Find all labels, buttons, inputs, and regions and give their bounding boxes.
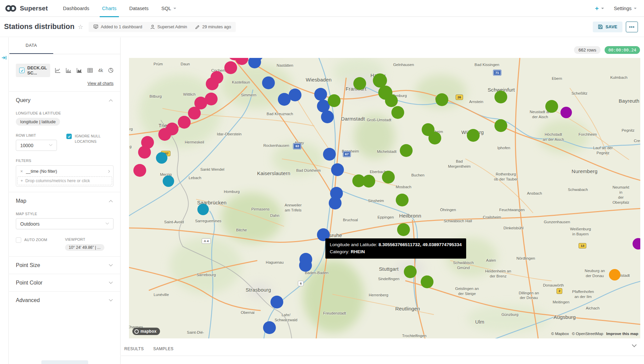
tab-results[interactable]: RESULTS xyxy=(124,346,144,351)
section-point-size[interactable]: Point Size xyxy=(16,257,114,268)
filter-item[interactable]: × __time (No filter) xyxy=(17,167,112,176)
scatter-point-green[interactable] xyxy=(436,93,448,106)
ignore-null-checkbox[interactable] xyxy=(66,134,72,139)
current-viz-pill[interactable]: DECK.GL SC... xyxy=(16,64,50,77)
map-city-label: Kulmbach xyxy=(610,75,627,80)
row-limit-label: ROW LIMIT xyxy=(16,133,57,137)
section-map[interactable]: Map xyxy=(16,192,114,204)
scatter-point-green[interactable] xyxy=(362,175,375,188)
deckgl-scatter-map[interactable]: PrümDaunNastättenGelnhausenBad Kissingen… xyxy=(129,58,640,338)
map-city-label: Buchen xyxy=(411,173,424,178)
tab-samples[interactable]: SAMPLES xyxy=(153,346,173,351)
scatter-point-blue[interactable] xyxy=(263,321,276,334)
mapbox-attribution-link[interactable]: © Mapbox xyxy=(551,332,569,336)
scatter-point-green[interactable] xyxy=(396,194,409,206)
scatter-point-green[interactable] xyxy=(428,132,441,144)
scatter-point-blue[interactable] xyxy=(321,110,334,123)
big-number-icon[interactable]: 4k xyxy=(98,68,103,73)
table-icon[interactable] xyxy=(87,68,93,73)
auto-zoom-checkbox[interactable] xyxy=(16,237,21,243)
scatter-point-blue[interactable] xyxy=(323,148,336,161)
osm-attribution-link[interactable]: © OpenStreetMap xyxy=(572,332,603,336)
chevron-right-icon xyxy=(107,170,110,172)
scatter-point-pink[interactable] xyxy=(224,61,237,74)
scatter-point-green[interactable] xyxy=(494,119,507,132)
update-chart-button[interactable]: UPDATE CHART xyxy=(41,360,88,364)
mapbox-logo[interactable]: mapbox xyxy=(132,328,160,335)
scatter-point-green[interactable] xyxy=(391,106,404,119)
scatter-point-cyan[interactable] xyxy=(156,152,167,164)
settings-menu[interactable]: Settings xyxy=(614,6,637,11)
map-style-select[interactable]: Outdoors xyxy=(16,218,114,229)
last-modified[interactable]: 29 minutes ago xyxy=(195,25,231,29)
scatter-point-green[interactable] xyxy=(385,94,398,107)
scatter-point-blue[interactable] xyxy=(270,296,283,308)
scatter-point-blue[interactable] xyxy=(262,76,275,89)
scatter-point-cyan[interactable] xyxy=(163,175,174,187)
map-city-label: Saint-Avold xyxy=(164,220,184,225)
nav-item-datasets[interactable]: Datasets xyxy=(123,0,155,17)
favorite-star-icon[interactable]: ☆ xyxy=(78,23,83,31)
scatter-point-blue[interactable] xyxy=(299,259,312,272)
scatter-point-orange[interactable] xyxy=(609,269,620,280)
more-options-button[interactable]: ••• xyxy=(626,22,638,32)
scatter-point-blue[interactable] xyxy=(314,88,327,101)
scatter-point-purple[interactable] xyxy=(560,107,572,118)
scatter-point-green[interactable] xyxy=(353,77,366,90)
pencil-icon xyxy=(195,25,200,29)
scatter-point-blue[interactable] xyxy=(289,89,301,101)
view-all-charts-link[interactable]: View all charts xyxy=(88,81,114,86)
road-shield: 71 xyxy=(493,70,501,75)
improve-map-link[interactable]: Improve this map xyxy=(606,332,638,336)
map-city-label: Wittlich xyxy=(183,92,196,97)
pie-chart-icon[interactable] xyxy=(108,68,114,73)
section-query[interactable]: Query xyxy=(16,92,114,103)
map-city-label: Nördlingen xyxy=(516,256,535,261)
map-city-label: Schwäbisch Gmünd xyxy=(453,260,474,270)
scatter-point-blue[interactable] xyxy=(331,163,344,176)
chart-meta-group: Added to 1 dashboard Superset Admin 29 m… xyxy=(89,22,236,32)
line-chart-icon[interactable] xyxy=(55,68,61,73)
filter-drop-zone[interactable]: + Drop columns/metrics here or click xyxy=(17,176,112,185)
scatter-point-cyan[interactable] xyxy=(197,204,209,215)
nav-item-dashboards[interactable]: Dashboards xyxy=(57,0,96,17)
bar-chart-icon[interactable] xyxy=(66,68,71,73)
save-button[interactable]: SAVE xyxy=(593,22,622,32)
scatter-point-green[interactable] xyxy=(397,223,410,236)
road-shield: 13 xyxy=(579,243,586,249)
scatter-point-green[interactable] xyxy=(545,100,558,113)
scatter-point-green[interactable] xyxy=(328,94,341,107)
scatter-point-pink[interactable] xyxy=(178,116,191,129)
nav-item-sql[interactable]: SQL xyxy=(155,0,183,17)
map-city-label: Dahn xyxy=(270,213,280,218)
lon-lat-chip[interactable]: longitude | latitude xyxy=(16,118,60,126)
scatter-point-pink[interactable] xyxy=(188,107,201,120)
area-chart-icon[interactable] xyxy=(76,68,82,73)
scatter-point-green[interactable] xyxy=(404,265,417,278)
scatter-point-pink[interactable] xyxy=(133,164,146,177)
remove-filter-icon[interactable]: × xyxy=(17,169,26,174)
user-icon xyxy=(150,25,155,29)
row-limit-select[interactable]: 10000 xyxy=(16,140,57,151)
expand-datasource-button[interactable] xyxy=(1,55,7,61)
scatter-point-pink[interactable] xyxy=(206,77,219,90)
map-city-label: Michelstadt xyxy=(377,149,396,154)
scatter-point-green[interactable] xyxy=(494,91,507,103)
scatter-point-pink[interactable] xyxy=(138,146,151,159)
scatter-point-green[interactable] xyxy=(467,129,480,142)
scatter-point-green[interactable] xyxy=(421,275,433,288)
viz-switcher: DECK.GL SC... 4k xyxy=(16,64,114,77)
tab-data[interactable]: DATA xyxy=(9,37,53,54)
dashboard-count[interactable]: Added to 1 dashboard xyxy=(93,24,142,29)
map-city-label: Lahr/ Schwarzwald xyxy=(275,312,297,323)
map-city-label: Groß-Umstadt xyxy=(367,118,391,123)
new-item-button[interactable]: + xyxy=(595,5,604,12)
nav-item-charts[interactable]: Charts xyxy=(96,0,123,17)
superset-logo[interactable]: Superset xyxy=(5,4,48,12)
scatter-point-blue[interactable] xyxy=(329,197,342,209)
scatter-point-green[interactable] xyxy=(400,144,413,157)
scatter-point-green[interactable] xyxy=(382,171,395,184)
scatter-point-pink[interactable] xyxy=(158,128,171,141)
section-point-color[interactable]: Point Color xyxy=(16,274,114,286)
section-advanced[interactable]: Advanced xyxy=(16,292,114,303)
